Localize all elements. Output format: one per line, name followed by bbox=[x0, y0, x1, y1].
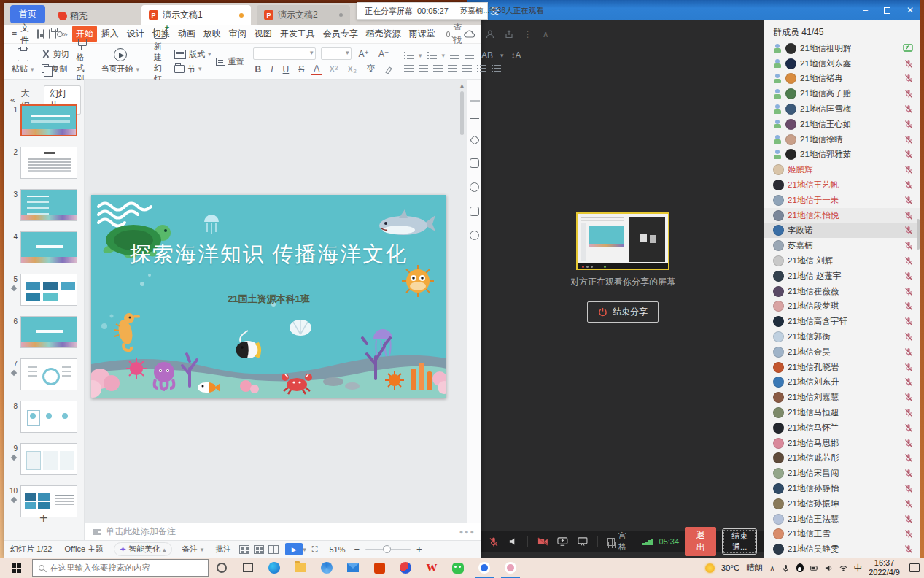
member-row[interactable]: 21地信马怀兰 bbox=[764, 420, 920, 436]
slide-thumbnail[interactable] bbox=[20, 231, 77, 263]
share-screen-icon[interactable] bbox=[557, 536, 568, 547]
member-row[interactable]: 21地信 刘辉 bbox=[764, 253, 920, 269]
screen-sharing-pill[interactable]: 正在分享屏幕 00:05:27 苏嘉楠...等36人正在观看 bbox=[357, 2, 488, 20]
meeting-app-icon[interactable] bbox=[471, 558, 497, 578]
clock[interactable]: 16:37 2022/4/9 bbox=[869, 558, 900, 577]
member-row[interactable]: 21地信马思邯 bbox=[764, 436, 920, 451]
member-row[interactable]: 21地信郭衡 bbox=[764, 329, 920, 344]
slide-editor[interactable]: 探索海洋知识 传播海洋文化 21国土资源本科1班 bbox=[91, 195, 446, 398]
slide-thumbnail-row[interactable]: 7 bbox=[4, 358, 85, 401]
camera-off-icon[interactable] bbox=[537, 536, 548, 547]
font-size-combo[interactable] bbox=[321, 47, 352, 60]
volume-icon[interactable] bbox=[825, 564, 833, 572]
member-row[interactable]: 21地信于一未 bbox=[764, 193, 920, 208]
canvas-scrollbar[interactable]: ▲ bbox=[459, 82, 465, 520]
zoom-slider[interactable] bbox=[365, 549, 411, 550]
member-row[interactable]: 21地信朱怡悦 bbox=[764, 208, 920, 223]
member-row[interactable]: 21地信孔晓岩 bbox=[764, 360, 920, 375]
mail-icon[interactable] bbox=[340, 558, 366, 578]
help-clock-icon[interactable] bbox=[470, 182, 479, 192]
align-center-icon[interactable] bbox=[419, 64, 428, 72]
rail-handle[interactable] bbox=[470, 100, 480, 102]
ime-indicator[interactable]: 中 bbox=[854, 563, 863, 574]
edge-browser-icon[interactable] bbox=[261, 558, 287, 578]
end-call-button[interactable]: 结束通... bbox=[722, 528, 757, 555]
wechat-icon[interactable] bbox=[445, 558, 471, 578]
office-icon[interactable] bbox=[366, 558, 392, 578]
slide-thumbnail[interactable] bbox=[20, 147, 77, 179]
member-row[interactable]: 21地信王心如 bbox=[764, 117, 920, 132]
cut-button[interactable]: 剪切 bbox=[42, 49, 69, 60]
learning-app-icon[interactable] bbox=[392, 558, 419, 578]
member-row[interactable]: 21地信宋昌闯 bbox=[764, 466, 920, 481]
tray-expand-chevron[interactable]: ∧ bbox=[769, 564, 774, 572]
temperature[interactable]: 30°C bbox=[721, 563, 740, 572]
numbering-icon[interactable] bbox=[427, 52, 437, 60]
member-row[interactable]: 21地信崔薇薇 bbox=[764, 284, 920, 299]
distribute-icon[interactable] bbox=[462, 64, 472, 72]
notes-more-dots[interactable]: ●●● bbox=[459, 528, 481, 536]
slide-thumbnail-row[interactable]: 3 bbox=[4, 189, 85, 231]
member-row[interactable]: 21地信王艺帆 bbox=[764, 177, 920, 193]
grid-view-button[interactable]: 宫格 bbox=[607, 531, 633, 552]
properties-icon[interactable] bbox=[470, 112, 479, 122]
slide-subtitle[interactable]: 21国土资源本科1班 bbox=[91, 293, 446, 306]
copy-button[interactable]: 复制 bbox=[42, 63, 69, 74]
search-input[interactable] bbox=[50, 563, 188, 572]
weather-text[interactable]: 晴朗 bbox=[746, 563, 763, 574]
member-row[interactable]: 21地信高子贻 bbox=[764, 86, 920, 101]
increase-indent-icon[interactable] bbox=[465, 52, 474, 60]
cortana-button[interactable] bbox=[209, 558, 235, 578]
minimize-button[interactable]: – bbox=[863, 6, 868, 15]
find-button[interactable]: 查找 bbox=[446, 22, 464, 47]
slide-thumbnail[interactable] bbox=[20, 189, 77, 221]
member-row[interactable]: 21地信段梦琪 bbox=[764, 299, 920, 315]
reset-button[interactable]: 重置 bbox=[216, 56, 244, 67]
strikethrough-button[interactable]: S bbox=[296, 64, 306, 74]
more-menu-icon[interactable]: ⋮ bbox=[524, 29, 532, 39]
slideshow-button[interactable]: ▶ bbox=[285, 543, 303, 555]
document-tab-1[interactable]: P 演示文稿1 bbox=[141, 5, 251, 25]
superscript-button[interactable]: X² bbox=[327, 64, 340, 74]
slide-thumbnail[interactable] bbox=[20, 443, 77, 475]
slide-title[interactable]: 探索海洋知识 传播海洋文化 bbox=[91, 240, 446, 269]
font-name-combo[interactable] bbox=[253, 47, 316, 60]
member-row[interactable]: 李政诺 bbox=[764, 223, 920, 239]
qq-tray-icon[interactable] bbox=[796, 563, 804, 572]
text-effect-button[interactable]: 变 bbox=[364, 63, 377, 75]
layout-button[interactable]: 版式▾ bbox=[174, 49, 211, 60]
reading-view-icon[interactable] bbox=[268, 545, 279, 554]
member-row[interactable]: 21地信匡雪梅 bbox=[764, 101, 920, 117]
zoom-in-button[interactable]: + bbox=[414, 544, 425, 555]
ribbon-tab[interactable]: 开发工具 bbox=[276, 26, 319, 42]
zoom-level[interactable]: 51% bbox=[323, 545, 351, 554]
member-row[interactable]: 21地信褚冉 bbox=[764, 72, 920, 87]
location-pin-icon[interactable] bbox=[470, 231, 479, 240]
comments-toggle[interactable]: 批注 bbox=[209, 544, 237, 555]
export-icon[interactable] bbox=[43, 29, 44, 39]
member-row[interactable]: 21地信徐睛 bbox=[764, 132, 920, 147]
underline-button[interactable]: U bbox=[281, 64, 292, 74]
member-row[interactable]: 21地信马恒超 bbox=[764, 405, 920, 420]
tray-mic-icon[interactable] bbox=[782, 564, 790, 572]
file-explorer-icon[interactable] bbox=[287, 558, 314, 578]
slide-thumbnail[interactable] bbox=[20, 485, 77, 517]
file-menu[interactable]: ≡ 文件 bbox=[4, 22, 35, 47]
collapse-ribbon-icon[interactable]: ∧ bbox=[543, 29, 549, 39]
members-scrollbar[interactable] bbox=[917, 219, 920, 250]
font-color-button[interactable]: A bbox=[311, 63, 322, 75]
print-preview-icon[interactable] bbox=[55, 29, 56, 39]
member-row[interactable]: 21地信郭雅茹 bbox=[764, 147, 920, 163]
whiteboard-icon[interactable] bbox=[578, 536, 588, 547]
format-painter-button[interactable]: 格式刷 bbox=[74, 39, 90, 85]
italic-button[interactable]: I bbox=[268, 64, 275, 74]
slide-thumbnail-row[interactable]: 4 bbox=[4, 231, 85, 274]
paste-button[interactable]: 粘贴▾ bbox=[9, 48, 37, 74]
share-icon[interactable] bbox=[505, 30, 513, 39]
slide-thumbnail-row[interactable]: 5 bbox=[4, 274, 85, 316]
exit-button[interactable]: 退出 bbox=[685, 527, 716, 556]
close-button[interactable]: ✕ bbox=[906, 6, 914, 15]
member-row[interactable]: 21地信孙静怡 bbox=[764, 481, 920, 496]
mic-muted-icon[interactable] bbox=[489, 536, 499, 547]
print-icon[interactable] bbox=[49, 29, 50, 39]
